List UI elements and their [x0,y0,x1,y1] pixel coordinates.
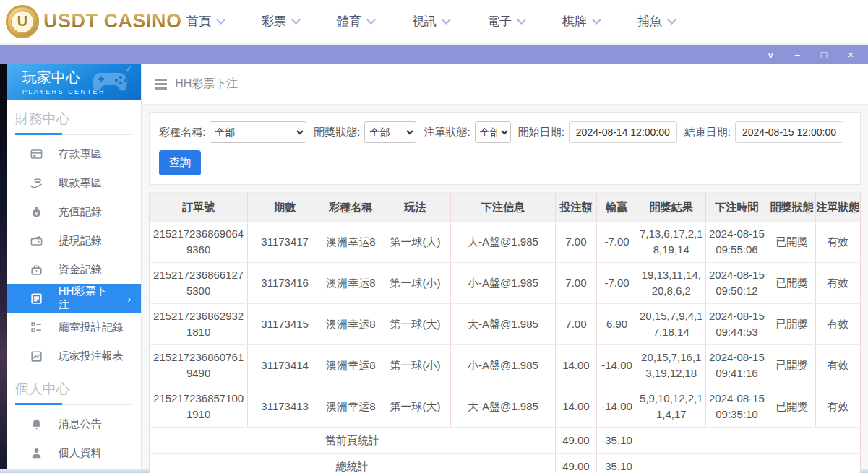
column-header: 輸贏 [597,193,637,222]
nav-menu: 首頁 彩票 體育 視訊 電子 棋牌 捕魚 [186,13,676,30]
table-row: 2152172368571001910 31173413 澳洲幸运8 第一球(大… [150,386,861,428]
order-status-label: 注單狀態: [424,126,470,139]
table-row: 2152172368661275300 31173416 澳洲幸运8 第一球(小… [150,263,861,304]
menu-icon[interactable] [155,79,167,90]
chevron-down-icon [216,19,225,25]
sidebar-item-label: 資金記錄 [59,263,102,277]
sidebar-item-hh-lottery-bets[interactable]: HH彩票下注 › [7,284,141,313]
cell-play: 第一球(大) [379,222,451,263]
cell-bet-time: 2024-08-15 09:55:06 [705,222,768,263]
chevron-down-icon [366,19,376,25]
draw-status-select[interactable]: 全部 [364,121,416,143]
cell-winloss: -7.00 [597,222,637,263]
cell-amount: 7.00 [555,263,597,304]
column-header: 玩法 [379,193,451,222]
section-finance-label: 財務中心 [7,100,141,134]
order-status-select[interactable]: 全部 [475,121,511,143]
nav-item-cards[interactable]: 棋牌 [562,13,601,30]
summary-amount: 49.00 [555,454,597,473]
sidebar-item-recharge-record[interactable]: 充值記錄 [7,197,141,226]
sidebar-item-room-bet-record[interactable]: 廳室投註記錄 [7,313,141,342]
page-header: HH彩票下注 [142,64,868,105]
table-header-row: 訂單號 期數 彩種名稱 玩法 下注信息 投注額 輸贏 開獎結果 下注時間 開獎狀… [150,193,861,222]
end-date-input[interactable] [735,121,843,143]
cell-result: 20,15,7,16,13,19,12,18 [637,345,705,386]
cell-bet-info: 小-A盤@1.985 [451,263,555,304]
close-icon[interactable]: × [845,50,856,60]
maximize-icon[interactable]: □ [818,50,830,60]
cell-winloss: 6.90 [597,304,637,345]
summary-winloss: -35.10 [597,454,637,473]
cell-draw-status: 已開獎 [768,222,816,263]
person-icon [30,446,43,460]
start-date-input[interactable] [569,121,677,143]
purse-icon [30,263,43,277]
cell-amount: 14.00 [555,345,597,386]
cell-draw-status: 已開獎 [768,263,816,304]
chevron-down-icon [592,19,601,25]
sidebar-item-label: 存款專區 [59,147,102,161]
cell-order-id: 2152172368607619490 [150,345,248,386]
summary-row-total: 總統計 49.00 -35.10 [150,454,861,473]
cell-draw-status: 已開獎 [768,386,816,428]
sidebar-item-profile[interactable]: 個人資料 [7,438,141,467]
lottery-name-label: 彩種名稱: [159,126,205,139]
column-header: 下注信息 [451,193,555,222]
nav-item-lottery[interactable]: 彩票 [262,13,301,30]
brand-name: USDT CASINO [43,10,182,32]
players-center-header: 玩家中心 PLAYERS CENTER [7,64,141,100]
cell-period: 31173413 [248,386,322,428]
sidebar-item-deposit[interactable]: 存款專區 [7,139,141,168]
nav-item-video[interactable]: 視訊 [412,13,451,30]
nav-label: 彩票 [262,13,286,30]
bets-table-wrap: 訂單號 期數 彩種名稱 玩法 下注信息 投注額 輸贏 開獎結果 下注時間 開獎狀… [149,192,861,473]
cell-play: 第一球(小) [379,345,451,386]
sidebar-item-player-bet-report[interactable]: 玩家投注報表 [7,342,141,370]
cell-result: 19,13,11,14,20,8,6,2 [637,263,705,304]
brand-logo[interactable]: U USDT CASINO [6,5,186,38]
table-row: 2152172368629321810 31173415 澳洲幸运8 第一球(大… [150,304,861,345]
nav-label: 體育 [337,13,361,30]
content-area: 彩種名稱: 全部 開獎狀態: 全部 注單狀態: 全 [142,105,868,473]
sidebar-item-label: 玩家投注報表 [59,350,124,363]
cell-bet-time: 2024-08-15 09:50:12 [705,263,768,304]
cell-winloss: -7.00 [597,263,637,304]
nav-item-fishing[interactable]: 捕魚 [637,13,676,30]
nav-item-slots[interactable]: 電子 [487,13,526,30]
column-header: 下注時間 [705,193,768,222]
cell-order-status: 有效 [816,222,861,263]
nav-item-home[interactable]: 首頁 [186,13,225,30]
sidebar-item-label: HH彩票下注 [59,285,112,312]
end-date-label: 結束日期: [684,126,731,139]
nav-label: 視訊 [412,13,437,30]
collapse-icon[interactable]: ∨ [765,50,776,60]
section-divider [15,134,132,135]
page-title: HH彩票下注 [175,77,238,92]
cell-order-id: 2152172368571001910 [150,386,248,428]
sidebar-item-withdraw[interactable]: 取款專區 [7,168,141,197]
column-header: 投注額 [555,193,597,222]
summary-row-current-page: 當前頁統計 49.00 -35.10 [150,428,861,454]
search-button[interactable]: 查詢 [159,150,201,175]
sidebar-item-announcements[interactable]: 消息公告 [7,409,141,438]
sidebar-item-label: 充值記錄 [59,205,102,219]
cell-lottery: 澳洲幸运8 [322,386,379,428]
chevron-right-icon: › [127,292,131,305]
cell-winloss: -14.00 [597,386,637,428]
minimize-icon[interactable]: − [791,50,803,60]
nav-item-sports[interactable]: 體育 [337,13,376,30]
lottery-name-select[interactable]: 全部 [210,121,306,143]
column-header: 彩種名稱 [322,193,379,222]
table-row: 2152172368690649360 31173417 澳洲幸运8 第一球(大… [150,222,861,263]
chevron-down-icon [442,19,451,25]
cell-order-status: 有效 [816,386,861,428]
cell-period: 31173414 [248,345,322,386]
column-header: 開獎結果 [637,193,705,222]
cell-period: 31173415 [248,304,322,345]
top-navigation: U USDT CASINO 首頁 彩票 體育 視訊 電子 棋牌 捕魚 [0,0,868,43]
sidebar-item-funds-record[interactable]: 資金記錄 [7,255,141,284]
coin-letter: U [11,10,34,33]
sidebar-item-withdrawal-record[interactable]: 提現記錄 [7,226,141,255]
table-row: 2152172368607619490 31173414 澳洲幸运8 第一球(小… [150,345,861,386]
wallet-icon [30,234,43,248]
